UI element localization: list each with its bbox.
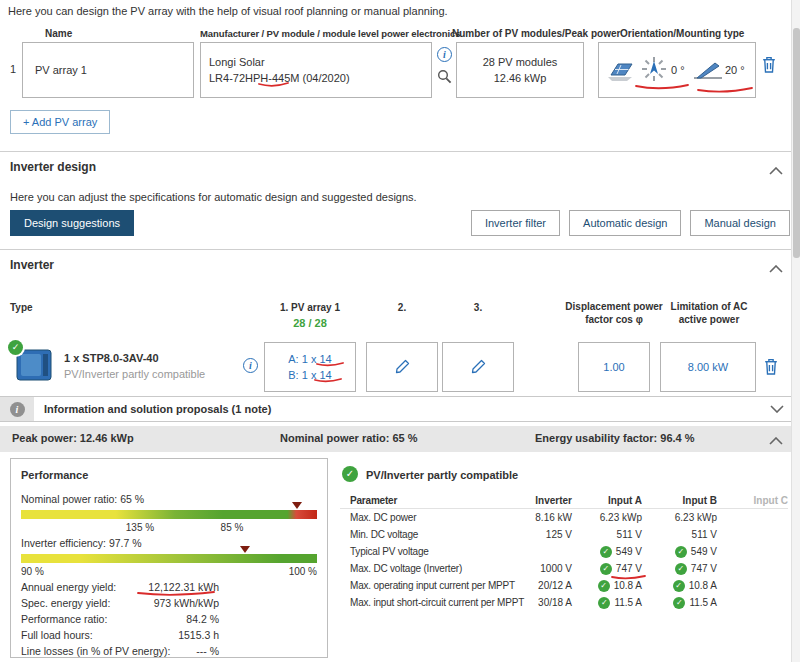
delete-inverter-icon[interactable] xyxy=(764,358,778,377)
check-icon: ✓ xyxy=(598,597,610,609)
scrollbar-track[interactable] xyxy=(791,0,800,662)
pv-module-field[interactable]: Longi Solar LR4-72HPH-445M (04/2020) xyxy=(200,42,432,98)
mounting-type-icon xyxy=(605,57,635,85)
stat-row: Line losses (in % of PV energy): --- % xyxy=(21,645,219,657)
intro-text: Here you can design the PV array with th… xyxy=(8,5,448,17)
design-suggestions-button[interactable]: Design suggestions xyxy=(10,210,134,236)
nominal-scale-left: 135 % xyxy=(119,522,161,533)
stat-value: --- % xyxy=(196,645,219,657)
performance-panel: Performance Nominal power ratio: 65 % 13… xyxy=(10,458,328,658)
tilt-icon xyxy=(693,59,723,83)
inverter-name: 1 x STP8.0-3AV-40 xyxy=(64,352,159,364)
stat-row: Spec. energy yield: 973 kWh/kWp xyxy=(21,597,219,609)
compat-header-input-c: Input C xyxy=(717,495,788,506)
input-a-value: 6.23 kWp xyxy=(600,512,642,523)
note-text: Information and solution proposals (1 no… xyxy=(44,403,271,415)
nominal-scale-right: 85 % xyxy=(211,522,253,533)
inverter-value: 20/12 A xyxy=(528,580,572,591)
efficiency-scale-right: 100 % xyxy=(283,566,317,577)
section-divider xyxy=(0,151,800,152)
inverter-value: 8.16 kW xyxy=(528,512,572,523)
inverter-value: 125 V xyxy=(528,529,572,540)
nominal-ratio-bar xyxy=(21,510,317,519)
stat-row: Full load hours: 1515.3 h xyxy=(21,629,219,641)
pv-col-header-orientation: Orientation/Mounting type xyxy=(620,28,744,39)
expand-note-icon[interactable] xyxy=(770,403,784,415)
compatibility-table: Parameter Inverter Input A Input B Input… xyxy=(340,492,788,611)
inverter-design-section-title: Inverter design xyxy=(10,160,96,174)
check-icon: ✓ xyxy=(598,580,610,592)
compat-row: Max. operating input current per MPPT 20… xyxy=(340,577,788,594)
input-a-value: 11.5 A xyxy=(614,597,642,608)
input-b-value: 11.5 A xyxy=(689,597,717,608)
module-info-icon[interactable]: i xyxy=(437,47,452,62)
input-a-value: 747 V xyxy=(616,563,642,574)
compat-header-row: Parameter Inverter Input A Input B Input… xyxy=(340,492,788,509)
collapse-inverter-icon[interactable] xyxy=(769,263,783,275)
input-a-value: 10.8 A xyxy=(614,580,642,591)
string-config-field[interactable]: A: 1 x 14 B: 1 x 14 xyxy=(264,342,356,392)
string-a-value: A: 1 x 14 xyxy=(265,351,355,367)
module-search-icon[interactable] xyxy=(437,69,452,86)
compat-header-inverter: Inverter xyxy=(528,495,572,506)
efficiency-label: Inverter efficiency: 97.7 % xyxy=(21,537,142,549)
compat-header-input-b: Input B xyxy=(642,495,717,506)
tilt-value: 20 ° xyxy=(725,64,745,76)
pv2-config-field[interactable] xyxy=(366,342,438,392)
scrollbar-thumb[interactable] xyxy=(793,28,800,258)
stat-label: Spec. energy yield: xyxy=(21,597,110,609)
ac-limit-field[interactable]: 8.00 kW xyxy=(660,342,756,392)
collapse-inverter-design-icon[interactable] xyxy=(769,165,783,177)
input-b-value: 10.8 A xyxy=(689,580,717,591)
param-label: Min. DC voltage xyxy=(340,529,528,540)
manual-design-button[interactable]: Manual design xyxy=(690,210,790,236)
compat-row: Max. DC voltage (Inverter) 1000 V ✓747 V… xyxy=(340,560,788,577)
stat-label: Line losses (in % of PV energy): xyxy=(21,645,170,657)
inverter-value: 30/18 A xyxy=(528,597,572,608)
efficiency-bar xyxy=(21,554,317,563)
azimuth-icon xyxy=(641,56,667,84)
nominal-ratio-marker xyxy=(292,502,302,509)
note-row[interactable]: i Information and solution proposals (1 … xyxy=(0,396,800,422)
inverter-section-title: Inverter xyxy=(10,258,54,272)
pv3-config-field[interactable] xyxy=(442,342,514,392)
cos-phi-field[interactable]: 1.00 xyxy=(578,342,650,392)
pv-array-name-field[interactable]: PV array 1 xyxy=(22,42,194,98)
performance-title: Performance xyxy=(21,469,88,481)
pv-col-header-modules: Number of PV modules/Peak power xyxy=(452,28,620,39)
inverter-col-header-pv1: 1. PV array 1 xyxy=(264,302,356,313)
inverter-value: 1000 V xyxy=(528,563,572,574)
check-icon: ✓ xyxy=(600,546,612,558)
inverter-info-icon[interactable]: i xyxy=(243,358,258,373)
pv-peak-power-text: 12.46 kWp xyxy=(457,70,583,86)
nominal-ratio-label: Nominal power ratio: 65 % xyxy=(21,493,144,505)
summary-energy-usability: Energy usability factor: 96.4 % xyxy=(535,432,695,444)
compat-row: Max. input short-circuit current per MPP… xyxy=(340,594,788,611)
check-icon: ✓ xyxy=(673,580,685,592)
compat-row: Typical PV voltage ✓549 V ✓549 V xyxy=(340,543,788,560)
automatic-design-button[interactable]: Automatic design xyxy=(569,210,681,236)
collapse-summary-icon[interactable] xyxy=(769,435,783,447)
pv-orientation-field[interactable]: 0 ° 20 ° xyxy=(598,42,756,98)
stat-label: Full load hours: xyxy=(21,629,93,641)
stat-label: Annual energy yield: xyxy=(21,581,116,593)
note-info-icon: i xyxy=(10,402,25,417)
compat-header-parameter: Parameter xyxy=(340,495,528,506)
delete-pv-array-icon[interactable] xyxy=(762,56,776,75)
pv-module-count-field[interactable]: 28 PV modules 12.46 kWp xyxy=(456,42,584,98)
input-b-value: 747 V xyxy=(691,563,717,574)
note-icon-cell: i xyxy=(0,397,34,421)
pv1-module-count: 28 / 28 xyxy=(264,317,356,329)
inverter-filter-button[interactable]: Inverter filter xyxy=(471,210,560,236)
compatibility-panel: ✓ PV/Inverter partly compatible Paramete… xyxy=(340,458,788,658)
string-b-value: B: 1 x 14 xyxy=(265,367,355,383)
input-a-value: 511 V xyxy=(617,529,642,540)
compat-header-input-a: Input A xyxy=(572,495,642,506)
compatibility-status-icon: ✓ xyxy=(342,466,358,482)
pv-module-count-text: 28 PV modules xyxy=(457,54,583,70)
summary-nominal-power-ratio: Nominal power ratio: 65 % xyxy=(280,432,418,444)
inverter-col-header-type: Type xyxy=(10,302,33,313)
add-pv-array-button[interactable]: + Add PV array xyxy=(10,110,110,134)
edit-icon xyxy=(471,359,486,376)
pv-row-index: 1 xyxy=(10,63,16,75)
